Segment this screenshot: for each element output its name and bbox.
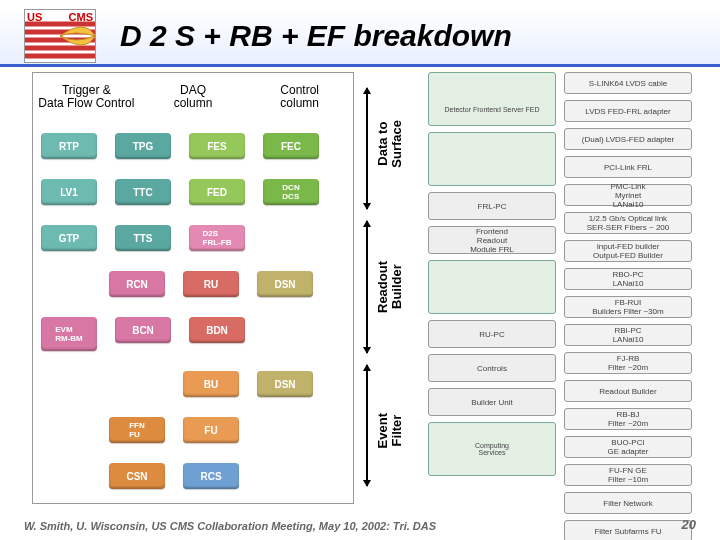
block-ru: RU [183, 271, 239, 297]
logo-us: US [27, 11, 42, 23]
arrow-icon [366, 365, 368, 486]
row-7: FFN FU FU [37, 417, 349, 443]
row-1: RTP TPG FES FEC [37, 133, 349, 159]
label-pcilink: PCI-Link FRL [564, 156, 692, 178]
label-opt: 1/2.5 Gb/s Optical link SER-SER Fibers ~… [564, 212, 692, 234]
label: Computing Services [475, 442, 509, 456]
row-2: LV1 TTC FED DCN DCS [37, 179, 349, 205]
content: Trigger & Data Flow Control DAQ column C… [32, 72, 688, 508]
logo-cms: CMS [69, 11, 93, 23]
block-csn: CSN [109, 463, 165, 489]
label-fnet: Filter Network [564, 492, 692, 514]
col2-l2: column [174, 97, 213, 110]
unit-controls: Controls [428, 354, 556, 382]
block-tts: TTS [115, 225, 171, 251]
block-bcn: BCN [115, 317, 171, 343]
label-fj: FJ-RB Filter ~20m [564, 352, 692, 374]
annot-d2s: Data to Surface [362, 72, 418, 215]
title-bar: US CMS D 2 S + RB + EF breakdown [0, 8, 720, 67]
rack-frl [428, 132, 556, 186]
block-fec: FEC [263, 133, 319, 159]
arrow-icon [366, 88, 368, 209]
block-bdn: BDN [189, 317, 245, 343]
label-rbbj: RB-BJ Filter ~20m [564, 408, 692, 430]
row-6: BU DSN [37, 371, 349, 397]
column-headers: Trigger & Data Flow Control DAQ column C… [33, 73, 353, 121]
label-rbipc: RBI-PC LANai10 [564, 324, 692, 346]
rack-rbo [428, 260, 556, 314]
col-control: Control column [246, 73, 353, 121]
right-hw-diagram: Detector Frontend Server FED FRL-PC Fron… [428, 72, 692, 502]
unit-fmu: Frontend Readout Module FRL [428, 226, 556, 254]
left-block-diagram: Trigger & Data Flow Control DAQ column C… [32, 72, 354, 504]
block-dsn2: DSN [257, 371, 313, 397]
block-gtp: GTP [41, 225, 97, 251]
block-ffn: FFN FU [109, 417, 165, 443]
block-d2s: D2S FRL-FB [189, 225, 245, 251]
label-readoutb: Readout Builder [564, 380, 692, 402]
block-fu: FU [183, 417, 239, 443]
label-fn: FU-FN GE Filter ~10m [564, 464, 692, 486]
block-dcn: DCN DCS [263, 179, 319, 205]
row-5: EVM RM-BM BCN BDN [37, 317, 349, 351]
block-rcs: RCS [183, 463, 239, 489]
block-evm: EVM RM-BM [41, 317, 97, 351]
col3-l2: column [280, 97, 319, 110]
label-fu: Filter Subfarms FU [564, 520, 692, 540]
block-ttc: TTC [115, 179, 171, 205]
unit-frlpc: FRL-PC [428, 192, 556, 220]
annot-rb: Readout Builder [362, 215, 418, 358]
block-fed: FED [189, 179, 245, 205]
annot-d2s-label: Data to Surface [376, 120, 405, 168]
block-grid: RTP TPG FES FEC LV1 TTC FED DCN DCS GTP … [37, 123, 349, 499]
unit-bu: Builder Unit [428, 388, 556, 416]
block-rtp: RTP [41, 133, 97, 159]
row-3: GTP TTS D2S FRL-FB [37, 225, 349, 251]
right-col-right: S-LINK64 LVDS cable LVDS FED-FRL adapter… [564, 72, 692, 502]
col1-l2: Data Flow Control [38, 97, 134, 110]
annot-ef-label: Event Filter [376, 413, 405, 448]
rack-dfs: Detector Frontend Server FED [428, 72, 556, 126]
slide-number: 20 [682, 517, 696, 532]
label-lvds: S-LINK64 LVDS cable [564, 72, 692, 94]
slide-title: D 2 S + RB + EF breakdown [120, 19, 512, 53]
block-rcn: RCN [109, 271, 165, 297]
block-bu: BU [183, 371, 239, 397]
label: Detector Frontend Server FED [445, 106, 540, 113]
row-4: RCN RU DSN [37, 271, 349, 297]
block-lv1: LV1 [41, 179, 97, 205]
arrow-icon [366, 221, 368, 352]
label-fbrui: FB-RUI Builders Filter ~30m [564, 296, 692, 318]
label-dual: (Dual) LVDS-FED adapter [564, 128, 692, 150]
label-lvdsfed: LVDS FED-FRL adapter [564, 100, 692, 122]
slide: US CMS D 2 S + RB + EF breakdown Trigger… [0, 0, 720, 540]
col-trigger: Trigger & Data Flow Control [33, 73, 140, 121]
unit-rupc: RU-PC [428, 320, 556, 348]
annotation-column: Data to Surface Readout Builder Event Fi… [362, 72, 418, 502]
block-tpg: TPG [115, 133, 171, 159]
label-rbo: RBO-PC LANai10 [564, 268, 692, 290]
row-8: CSN RCS [37, 463, 349, 489]
block-fes: FES [189, 133, 245, 159]
footer-text: W. Smith, U. Wisconsin, US CMS Collabora… [24, 520, 436, 532]
block-dsn: DSN [257, 271, 313, 297]
uscms-logo: US CMS [24, 9, 96, 63]
right-col-left: Detector Frontend Server FED FRL-PC Fron… [428, 72, 556, 502]
label-ifb: Input-FED builder Output-FED Builder [564, 240, 692, 262]
rack-cs: Computing Services [428, 422, 556, 476]
annot-rb-label: Readout Builder [376, 261, 405, 313]
label-buopci: BUO-PCI GE adapter [564, 436, 692, 458]
label-pmc: PMC-Link Myrinet LANai10 [564, 184, 692, 206]
col-daq: DAQ column [140, 73, 247, 121]
annot-ef: Event Filter [362, 359, 418, 502]
